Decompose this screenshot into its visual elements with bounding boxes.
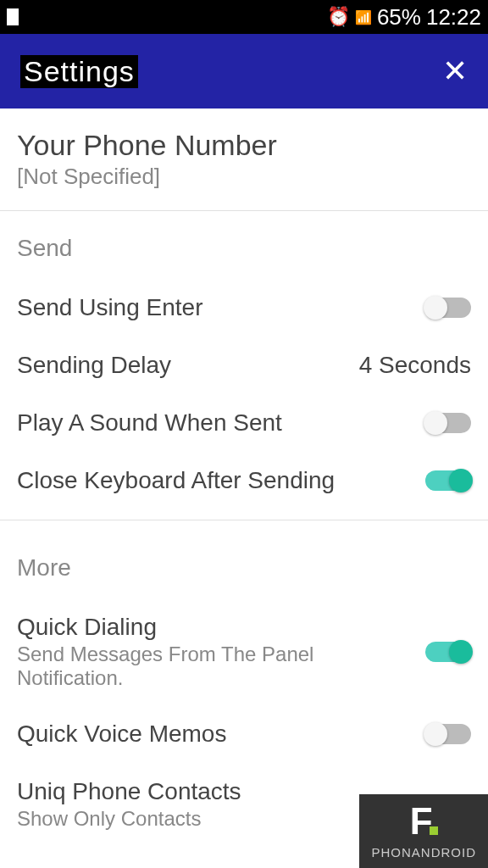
quick-dialing-row[interactable]: Quick Dialing Send Messages From The Pan… [0, 598, 488, 705]
quick-dialing-label-group: Quick Dialing Send Messages From The Pan… [17, 614, 425, 690]
sending-delay-row[interactable]: Sending Delay 4 Seconds [0, 337, 488, 394]
signal-icon: 📶 [355, 9, 372, 25]
status-indicator [7, 8, 19, 25]
send-section-header: Send [0, 211, 488, 279]
divider [0, 520, 488, 520]
time-text: 12:22 [426, 4, 481, 31]
play-sound-toggle[interactable] [425, 413, 471, 433]
phone-number-label: Your Phone Number [17, 129, 471, 162]
send-using-enter-toggle[interactable] [425, 298, 471, 318]
phone-number-section[interactable]: Your Phone Number [Not Specified] [0, 108, 488, 211]
page-title: Settings [20, 55, 138, 88]
send-using-enter-label: Send Using Enter [17, 294, 425, 321]
battery-text: 65% [377, 4, 421, 31]
sending-delay-value: 4 Seconds [359, 352, 471, 379]
content: Your Phone Number [Not Specified] Send S… [0, 108, 488, 846]
sending-delay-label: Sending Delay [17, 352, 359, 379]
play-sound-row[interactable]: Play A Sound When Sent [0, 394, 488, 452]
logo-dot-icon [430, 826, 438, 835]
quick-dialing-sublabel: Send Messages From The Panel Notificatio… [17, 643, 425, 690]
close-keyboard-toggle[interactable] [425, 470, 471, 491]
alarm-icon: ⏰ [327, 6, 350, 28]
close-icon[interactable]: ✕ [442, 53, 468, 89]
watermark-text: PHONANDROID [371, 845, 476, 860]
quick-voice-memos-toggle[interactable] [425, 724, 471, 744]
quick-voice-memos-label: Quick Voice Memos [17, 721, 425, 748]
close-keyboard-row[interactable]: Close Keyboard After Sending [0, 452, 488, 509]
play-sound-label: Play A Sound When Sent [17, 409, 425, 437]
quick-voice-memos-row[interactable]: Quick Voice Memos [0, 705, 488, 763]
watermark: F PHONANDROID [359, 794, 488, 868]
status-bar: ⏰ 📶 65% 12:22 [0, 0, 488, 34]
close-keyboard-label: Close Keyboard After Sending [17, 467, 425, 494]
status-right: ⏰ 📶 65% 12:22 [327, 4, 481, 31]
quick-dialing-label: Quick Dialing [17, 614, 425, 641]
watermark-logo: F [410, 803, 438, 840]
app-header: Settings ✕ [0, 34, 488, 108]
phone-number-value: [Not Specified] [17, 164, 471, 190]
send-using-enter-row[interactable]: Send Using Enter [0, 279, 488, 337]
more-section-header: More [0, 531, 488, 598]
quick-dialing-toggle[interactable] [425, 642, 471, 662]
status-left [7, 8, 19, 25]
